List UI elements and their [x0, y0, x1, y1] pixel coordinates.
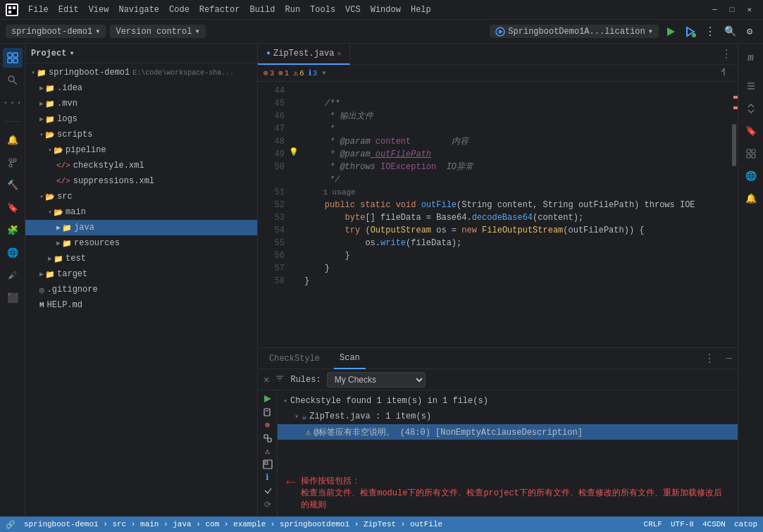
- warning-filter-button[interactable]: ⚠: [260, 445, 275, 457]
- tab-close-button[interactable]: ✕: [337, 49, 341, 58]
- check-current-file-button[interactable]: [260, 407, 275, 419]
- project-check-button[interactable]: [260, 459, 275, 471]
- menu-window[interactable]: Window: [366, 4, 405, 16]
- folder-icon: 📁: [45, 84, 55, 93]
- editor-area: ● ZipTest.java ✕ ⋮ ⊗ 3 ⊗ 1 ⚠ 6 ℹ: [258, 44, 738, 516]
- list-item[interactable]: ▾ 📂 main: [25, 204, 257, 220]
- minimize-button[interactable]: ─: [707, 4, 723, 16]
- tab-options-button[interactable]: ⋮: [721, 47, 732, 61]
- modified-check-button[interactable]: [260, 485, 275, 497]
- menu-vcs[interactable]: VCS: [341, 4, 365, 16]
- close-panel-button[interactable]: ✕: [263, 373, 269, 385]
- build-button[interactable]: 🔨: [3, 175, 23, 195]
- plugin-label-2[interactable]: catop: [734, 520, 757, 528]
- list-item[interactable]: ◎ .gitignore: [25, 282, 257, 297]
- svg-rect-12: [13, 58, 18, 63]
- result-file-row[interactable]: ▾ ☕ ZipTest.java : 1 item(s): [278, 409, 738, 424]
- bookmark-button[interactable]: 🔖: [3, 198, 23, 218]
- list-item[interactable]: ▾ 📂 pipeline: [25, 142, 257, 158]
- settings-button[interactable]: ⚙: [742, 24, 757, 39]
- list-item[interactable]: ▶ 📁 test: [25, 251, 257, 266]
- menu-navigate[interactable]: Navigate: [114, 4, 163, 16]
- result-summary-row[interactable]: ▾ Checkstyle found 1 item(s) in 1 file(s…: [278, 393, 738, 409]
- filter-button[interactable]: [275, 373, 285, 386]
- crlf-button[interactable]: CRLF: [644, 520, 662, 528]
- expand-icon: ▶: [56, 239, 61, 247]
- reload-rules-button[interactable]: ⟳: [260, 500, 275, 512]
- app-logo: [6, 4, 18, 16]
- menu-edit[interactable]: Edit: [54, 4, 83, 16]
- run-config-name: SpringbootDemo1A...lication: [508, 27, 645, 37]
- tab-scan[interactable]: Scan: [334, 348, 366, 369]
- more-tools-button[interactable]: ···: [3, 93, 23, 113]
- list-item[interactable]: </> checkstyle.xml: [25, 158, 257, 173]
- encoding-button[interactable]: UTF-8: [671, 520, 694, 528]
- panel-minimize-button[interactable]: ─: [726, 353, 732, 364]
- menu-view[interactable]: View: [85, 4, 113, 16]
- info-filter-button[interactable]: ℹ: [260, 471, 275, 483]
- right-inspect-button[interactable]: m: [741, 48, 761, 68]
- run-button[interactable]: [663, 24, 678, 39]
- right-notifications-button[interactable]: 🔔: [741, 189, 761, 209]
- editor-scrollbar[interactable]: [731, 82, 738, 347]
- maximize-button[interactable]: □: [724, 4, 740, 16]
- list-item[interactable]: ▶ 📁 resources: [25, 235, 257, 251]
- bottom-panel-tabs: CheckStyle Scan ⋮ ─: [258, 348, 738, 369]
- module-check-button[interactable]: [260, 433, 275, 445]
- list-item[interactable]: ▶ 📁 target: [25, 266, 257, 282]
- plugin-label-1[interactable]: 4CSDN: [702, 520, 726, 528]
- more-options-button[interactable]: ⋮: [702, 24, 718, 39]
- run-config-selector[interactable]: SpringbootDemo1A...lication ▾: [490, 25, 659, 38]
- list-item[interactable]: ▶ 📁 .idea: [25, 80, 257, 96]
- menu-code[interactable]: Code: [165, 4, 194, 16]
- terminal-button[interactable]: ⬛: [3, 288, 23, 308]
- close-button[interactable]: ✕: [741, 4, 757, 16]
- tab-checkstyle[interactable]: CheckStyle: [263, 348, 325, 369]
- expand-icon: ▶: [39, 115, 44, 123]
- menu-file[interactable]: File: [24, 4, 53, 16]
- tree-root[interactable]: ▾ 📁 springboot-demo1 E:\code\workspace-s…: [25, 65, 257, 80]
- tree-item-label: .gitignore: [47, 285, 98, 295]
- search-everywhere-button[interactable]: 🔍: [722, 24, 738, 39]
- notifications-button[interactable]: 🔔: [3, 130, 23, 150]
- right-globe-button[interactable]: 🌐: [741, 166, 761, 186]
- find-button[interactable]: [3, 70, 23, 90]
- run-check-button[interactable]: [260, 393, 275, 405]
- scroll-left-button[interactable]: [719, 67, 729, 80]
- code-content[interactable]: /** * 输出文件 * * @param content 内容 * @para…: [299, 82, 731, 347]
- git-button[interactable]: [3, 153, 23, 173]
- panel-options-button[interactable]: ⋮: [704, 352, 715, 366]
- globe-button[interactable]: 🌐: [3, 243, 23, 263]
- list-item[interactable]: ▾ 📂 src: [25, 189, 257, 204]
- project-view-button[interactable]: [3, 48, 23, 68]
- list-item[interactable]: ▶ 📁 logs: [25, 111, 257, 127]
- tab-ziptest[interactable]: ● ZipTest.java ✕: [258, 44, 350, 65]
- code-editor[interactable]: 44 45 46 47 48 49 50 51 52 53 54 55 56 5…: [258, 82, 738, 347]
- menu-build[interactable]: Build: [245, 4, 279, 16]
- list-item[interactable]: ▾ 📂 scripts: [25, 127, 257, 142]
- right-bookmarks-button[interactable]: 🔖: [741, 121, 761, 141]
- error-filter-button[interactable]: ⊗: [260, 419, 275, 431]
- version-control-selector[interactable]: Version control ▾: [110, 25, 205, 38]
- debug-button[interactable]: [683, 24, 698, 39]
- menu-tools[interactable]: Tools: [306, 4, 340, 16]
- right-diff-button[interactable]: [741, 99, 761, 118]
- menu-run[interactable]: Run: [280, 4, 304, 16]
- plugins-button[interactable]: 🧩: [3, 221, 23, 240]
- right-plugins-button[interactable]: [741, 144, 761, 163]
- menu-help[interactable]: Help: [407, 4, 435, 16]
- brush-button[interactable]: 🖌: [3, 266, 23, 285]
- list-item[interactable]: ▶ 📁 .mvn: [25, 96, 257, 111]
- result-item-row[interactable]: ⚠ @标签应有非空说明。 (48:0) [NonEmptyAtclauseDes…: [278, 424, 738, 440]
- folder-icon: 📂: [45, 192, 55, 202]
- vc-chevron-icon: ▾: [194, 26, 199, 37]
- rules-dropdown[interactable]: My Checks Sun Checks Google Checks: [327, 372, 426, 388]
- project-selector[interactable]: springboot-demo1 ▾: [6, 25, 106, 38]
- right-structure-button[interactable]: [741, 76, 761, 96]
- expand-errors-button[interactable]: ▾: [321, 68, 326, 78]
- menu-refactor[interactable]: Refactor: [195, 4, 244, 16]
- svg-rect-27: [268, 438, 271, 442]
- list-item[interactable]: M HELP.md: [25, 297, 257, 313]
- list-item[interactable]: ▶ 📁 java: [25, 220, 257, 235]
- list-item[interactable]: </> suppressions.xml: [25, 173, 257, 189]
